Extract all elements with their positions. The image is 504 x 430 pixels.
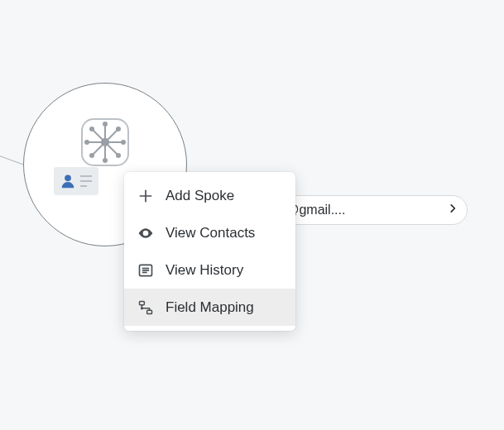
svg-point-10 [103, 122, 108, 127]
svg-point-16 [89, 153, 94, 158]
menu-item-label: Field Mapping [166, 299, 254, 316]
context-menu: Add Spoke View Contacts View History Fie… [124, 172, 295, 331]
hub-network-icon [79, 116, 132, 169]
svg-point-21 [144, 232, 146, 234]
menu-item-view-history[interactable]: View History [124, 251, 295, 289]
svg-line-7 [105, 129, 118, 142]
eye-icon [137, 225, 154, 241]
menu-item-view-contacts[interactable]: View Contacts [124, 214, 295, 251]
svg-line-8 [92, 142, 105, 155]
chevron-right-icon [447, 203, 458, 217]
svg-point-15 [116, 127, 121, 131]
svg-point-13 [121, 140, 126, 145]
svg-point-28 [142, 308, 143, 309]
svg-line-9 [105, 142, 118, 155]
svg-rect-26 [140, 301, 145, 304]
menu-item-label: Add Spoke [166, 188, 234, 204]
svg-point-12 [84, 140, 89, 145]
svg-point-18 [65, 174, 71, 181]
svg-point-14 [89, 127, 94, 131]
svg-point-11 [103, 158, 108, 163]
menu-item-label: View History [166, 262, 243, 279]
plus-icon [137, 188, 154, 204]
menu-item-add-spoke[interactable]: Add Spoke [124, 177, 295, 214]
svg-rect-27 [147, 310, 152, 313]
list-icon [137, 262, 154, 279]
graph-canvas[interactable]: Spot-fpseggo@gmail.... Add Spoke View Co… [0, 0, 504, 430]
svg-line-6 [92, 129, 105, 142]
menu-item-label: View Contacts [166, 225, 255, 241]
contact-card-icon [54, 167, 98, 195]
mapping-icon [137, 299, 154, 316]
svg-point-17 [116, 153, 121, 158]
menu-item-field-mapping[interactable]: Field Mapping [124, 289, 295, 326]
